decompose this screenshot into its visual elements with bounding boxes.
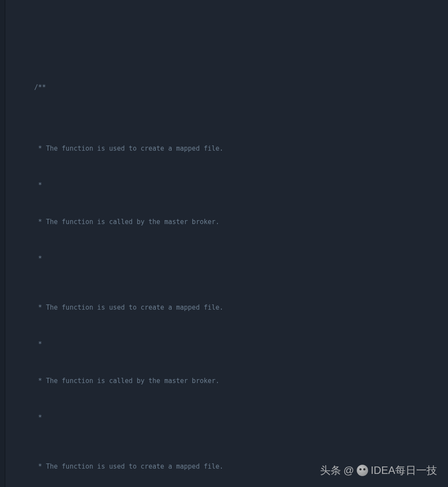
javadoc-line: * The function is used to create a mappe… [18,142,448,155]
javadoc-open: /** [18,81,448,93]
javadoc-line: * The function is called by the master b… [18,216,448,228]
gutter [0,0,5,487]
javadoc-line: * The function is called by the master b… [18,375,448,387]
javadoc-line: * The function is used to create a mappe… [18,301,448,314]
javadoc-line: * [18,411,448,424]
javadoc-line: * [18,179,448,191]
javadoc-line: * [18,252,448,265]
code-editor[interactable]: /** * The function is used to create a m… [5,0,448,487]
javadoc-line: * The function is used to create a mappe… [18,460,448,473]
code-content: /** * The function is used to create a m… [5,32,448,487]
javadoc-line: * [18,338,448,350]
